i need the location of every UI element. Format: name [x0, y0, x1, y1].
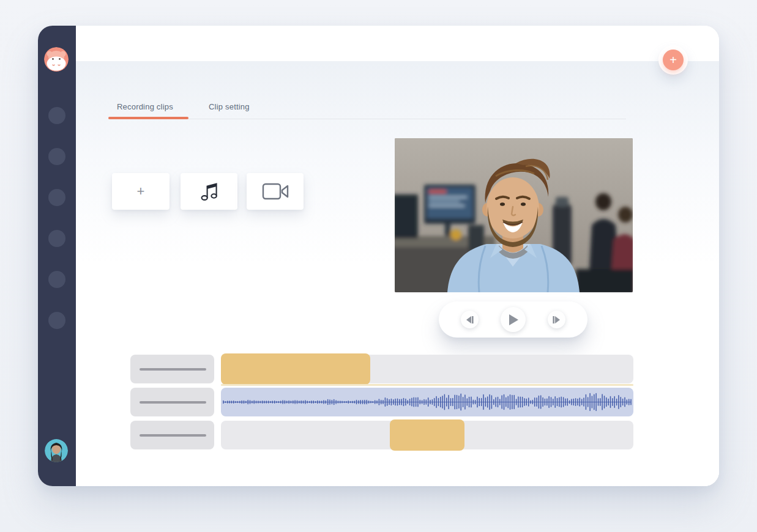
tab-recording-clips[interactable]: Recording clips	[117, 102, 173, 111]
step-forward-icon	[553, 316, 561, 323]
page-background: { "app": {"kind": "video-recording-edito…	[0, 0, 757, 532]
add-clip-button[interactable]: +	[112, 173, 170, 210]
video-frame-image	[395, 138, 633, 292]
active-tab-underline	[108, 117, 188, 119]
previous-button[interactable]	[461, 311, 479, 328]
step-backward-icon	[466, 316, 474, 323]
playback-controls	[439, 301, 587, 338]
add-video-button[interactable]	[247, 173, 304, 210]
sidebar	[38, 26, 76, 486]
play-icon	[509, 314, 518, 325]
main-panel: + Recording clips Clip setting +	[76, 26, 719, 486]
track-1-lane[interactable]	[221, 355, 633, 383]
sidebar-nav-item-1[interactable]	[48, 107, 65, 124]
plus-icon: +	[137, 185, 145, 198]
tab-clip-setting[interactable]: Clip setting	[209, 102, 250, 111]
plus-icon: +	[669, 54, 677, 66]
app-logo hippo-logo-icon[interactable]	[44, 47, 69, 72]
sidebar-nav-item-3[interactable]	[48, 189, 65, 206]
track-separator-line	[221, 384, 633, 386]
sidebar-nav-item-2[interactable]	[48, 148, 65, 165]
user-avatar[interactable]	[45, 439, 68, 462]
add-button[interactable]: +	[663, 50, 684, 70]
user-avatar-photo-icon	[45, 439, 68, 462]
hippo-logo-icon	[44, 47, 69, 72]
sidebar-nav	[38, 107, 76, 353]
app-window: + Recording clips Clip setting +	[38, 26, 719, 486]
next-button[interactable]	[548, 311, 565, 328]
add-audio-button[interactable]	[181, 173, 237, 210]
sidebar-nav-item-6[interactable]	[48, 312, 65, 329]
music-note-icon	[200, 182, 218, 201]
timeline-clip[interactable]	[221, 353, 370, 385]
play-button[interactable]	[501, 307, 526, 332]
timeline-clip[interactable]	[390, 419, 464, 451]
video-preview[interactable]	[395, 138, 633, 292]
sidebar-nav-item-5[interactable]	[48, 271, 65, 288]
track-1-label[interactable]	[130, 355, 214, 383]
waveform-svg	[221, 388, 633, 416]
track-3-label[interactable]	[130, 421, 214, 449]
track-2-label[interactable]	[130, 388, 214, 416]
track-3-lane[interactable]	[221, 421, 633, 449]
audio-waveform-track[interactable]	[221, 388, 633, 416]
video-camera-icon	[262, 183, 289, 200]
sidebar-nav-item-4[interactable]	[48, 230, 65, 247]
